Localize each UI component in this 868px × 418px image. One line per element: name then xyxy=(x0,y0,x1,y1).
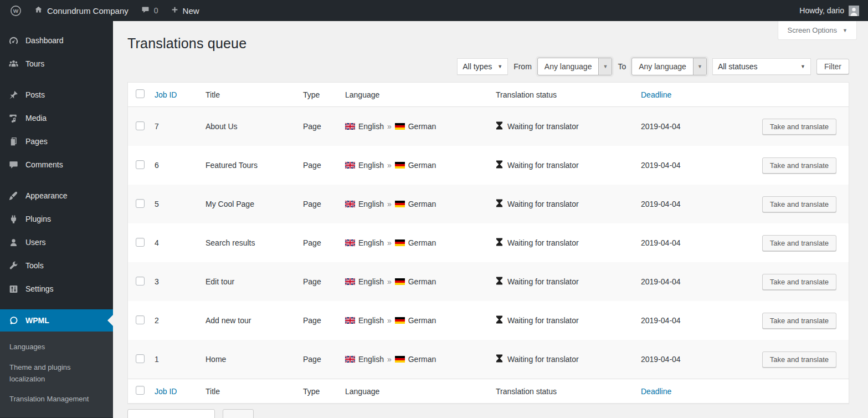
take-and-translate-button[interactable]: Take and translate xyxy=(762,157,836,174)
chevron-down-icon: ▼ xyxy=(843,28,848,33)
sidebar-item-settings[interactable]: Settings xyxy=(0,277,113,300)
status-cell: Waiting for translator xyxy=(495,315,640,325)
sidebar-item-dashboard[interactable]: Dashboard xyxy=(0,29,113,52)
submenu-item-theme-plugins-localization[interactable]: Theme and plugins localization xyxy=(0,358,110,390)
germany-flag-icon xyxy=(395,278,405,285)
column-header-deadline[interactable]: Deadline xyxy=(640,90,737,99)
from-language-label: English xyxy=(358,238,384,247)
to-language-label: German xyxy=(408,122,436,131)
bulk-apply-button[interactable] xyxy=(223,409,254,418)
submenu-item-languages[interactable]: Languages xyxy=(0,337,110,358)
row-checkbox[interactable] xyxy=(136,199,145,208)
comments-admin-bar-item[interactable]: 0 xyxy=(136,0,163,21)
uk-flag-icon xyxy=(345,278,355,285)
from-language-label: English xyxy=(358,200,384,208)
sidebar-item-tools[interactable]: Tools xyxy=(0,254,113,277)
select-all-checkbox[interactable] xyxy=(136,386,145,395)
germany-flag-icon xyxy=(395,123,405,130)
sidebar-item-wpml[interactable]: WPML xyxy=(0,309,113,332)
sidebar-item-pages[interactable]: Pages xyxy=(0,130,113,153)
account-menu[interactable]: Howdy, dario xyxy=(799,6,859,16)
take-and-translate-button[interactable]: Take and translate xyxy=(762,274,836,290)
row-checkbox[interactable] xyxy=(136,354,145,363)
sidebar-item-media[interactable]: Media xyxy=(0,106,113,130)
settings-icon xyxy=(8,283,19,294)
table-row: 4 Search results Page English » German W… xyxy=(128,223,849,262)
column-header-deadline[interactable]: Deadline xyxy=(640,387,737,396)
to-language-label: German xyxy=(408,277,436,286)
deadline-cell: 2019-04-04 xyxy=(640,122,737,131)
row-checkbox[interactable] xyxy=(136,160,145,169)
bulk-actions-select[interactable] xyxy=(127,409,215,418)
take-and-translate-button[interactable]: Take and translate xyxy=(762,196,836,212)
sidebar-item-tours[interactable]: Tours xyxy=(0,52,113,75)
type-cell: Page xyxy=(302,277,344,286)
language-cell: English » German xyxy=(344,161,495,170)
deadline-cell: 2019-04-04 xyxy=(640,161,737,170)
take-and-translate-button[interactable]: Take and translate xyxy=(762,119,836,135)
uk-flag-icon xyxy=(345,162,355,169)
title-cell: Search results xyxy=(204,238,302,247)
media-icon xyxy=(8,113,19,124)
wordpress-logo-icon[interactable]: W xyxy=(6,0,26,21)
column-header-job-id[interactable]: Job ID xyxy=(153,387,204,396)
howdy-label: Howdy, dario xyxy=(799,6,844,15)
take-and-translate-button[interactable]: Take and translate xyxy=(762,351,836,368)
sidebar-item-label: Posts xyxy=(25,90,45,99)
deadline-cell: 2019-04-04 xyxy=(640,277,737,286)
row-checkbox[interactable] xyxy=(136,238,145,247)
to-language-select[interactable]: Any language ▼ xyxy=(631,58,707,75)
from-language-label: English xyxy=(358,161,384,170)
uk-flag-icon xyxy=(345,201,355,207)
sidebar-item-plugins[interactable]: Plugins xyxy=(0,207,113,231)
take-and-translate-button[interactable]: Take and translate xyxy=(762,313,836,329)
table-row: 7 About Us Page English » German Waiting… xyxy=(128,107,849,146)
uk-flag-icon xyxy=(345,123,355,130)
select-all-checkbox[interactable] xyxy=(136,89,145,98)
status-label: Waiting for translator xyxy=(507,122,579,131)
comments-bubble-icon xyxy=(141,5,150,16)
new-content-button[interactable]: New xyxy=(166,0,204,21)
table-row: 3 Edit tour Page English » German Waitin… xyxy=(128,262,849,301)
hourglass-icon xyxy=(496,121,503,131)
job-id-cell: 2 xyxy=(153,316,204,325)
row-checkbox[interactable] xyxy=(136,315,145,324)
title-cell: Home xyxy=(204,355,302,364)
status-cell: Waiting for translator xyxy=(495,121,640,131)
submenu-item-translation-management[interactable]: Translation Management xyxy=(0,389,110,410)
to-language-value: Any language xyxy=(632,58,693,75)
column-header-job-id[interactable]: Job ID xyxy=(153,90,204,99)
job-id-cell: 1 xyxy=(153,355,204,364)
language-separator: » xyxy=(387,238,392,247)
pages-icon xyxy=(8,136,19,147)
type-cell: Page xyxy=(302,355,344,364)
row-checkbox[interactable] xyxy=(136,277,145,286)
to-language-label: German xyxy=(408,161,436,170)
screen-options-button[interactable]: Screen Options ▼ xyxy=(778,21,857,40)
deadline-cell: 2019-04-04 xyxy=(640,316,737,325)
filter-button[interactable]: Filter xyxy=(816,59,849,74)
sidebar-item-users[interactable]: Users xyxy=(0,231,113,254)
status-filter-select[interactable]: All statuses ▼ xyxy=(712,58,811,75)
table-row: 1 Home Page English » German Waiting for… xyxy=(128,340,849,379)
sidebar-item-comments[interactable]: Comments xyxy=(0,153,113,176)
status-cell: Waiting for translator xyxy=(495,199,640,209)
page-title: Translations queue xyxy=(127,21,849,52)
type-filter-select[interactable]: All types ▼ xyxy=(457,58,508,75)
take-and-translate-button[interactable]: Take and translate xyxy=(762,235,836,251)
job-id-cell: 7 xyxy=(153,122,204,131)
column-header-language: Language xyxy=(344,90,495,99)
sidebar-item-label: WPML xyxy=(25,316,49,325)
status-label: Waiting for translator xyxy=(507,200,579,208)
language-separator: » xyxy=(387,200,392,208)
site-name-link[interactable]: Conundrum Company xyxy=(29,0,133,21)
column-header-title: Title xyxy=(204,90,302,99)
to-label: To xyxy=(618,62,626,71)
from-language-select[interactable]: Any language ▼ xyxy=(537,58,613,75)
sidebar-item-appearance[interactable]: Appearance xyxy=(0,184,113,207)
row-checkbox[interactable] xyxy=(136,121,145,130)
sidebar-item-posts[interactable]: Posts xyxy=(0,83,113,106)
sidebar-separator xyxy=(0,176,113,184)
chevron-down-icon[interactable]: ▼ xyxy=(693,58,706,75)
chevron-down-icon[interactable]: ▼ xyxy=(598,58,612,75)
